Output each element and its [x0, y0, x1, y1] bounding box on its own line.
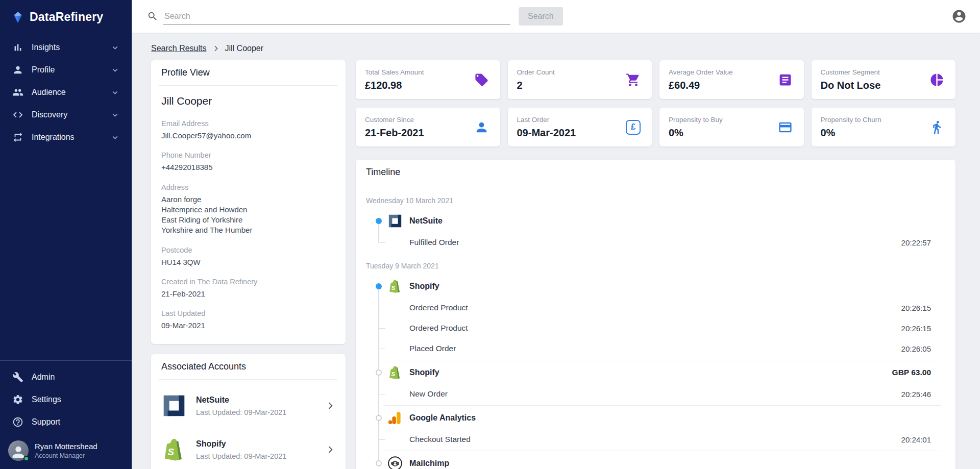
- stat-label: Order Count: [517, 68, 555, 76]
- search-input[interactable]: [163, 8, 510, 25]
- field-label-address: Address: [161, 183, 335, 191]
- timeline-body: Wednesday 10 March 2021: [356, 185, 955, 469]
- timeline-entry-header[interactable]: Google Analytics: [356, 407, 955, 429]
- netsuite-logo: [161, 393, 187, 418]
- sidebar-item-support[interactable]: Support: [0, 411, 132, 433]
- stat-label: Customer Since: [365, 116, 424, 124]
- stat-value: £60.49: [669, 80, 733, 91]
- stat-value: 09-Mar-2021: [517, 127, 576, 139]
- svg-text:S: S: [167, 447, 174, 457]
- shopify-logo: S: [161, 437, 187, 462]
- brand-gem-icon: [11, 11, 24, 24]
- account-name: Shopify: [196, 439, 286, 449]
- timeline-event: Checkout Started 20:24:01: [356, 429, 955, 450]
- customer-name: Jill Cooper: [161, 95, 335, 107]
- sidebar-item-settings[interactable]: Settings: [0, 388, 132, 411]
- sidebar-bottom: Admin Settings Support Ryan Mottershead …: [0, 360, 132, 469]
- timeline-entry-header[interactable]: S Shopify: [356, 275, 955, 298]
- associated-accounts-card: Associated Accounts: [151, 354, 346, 469]
- address-line: Haltemprice and Howden: [161, 205, 335, 215]
- stat-value: 0%: [821, 127, 881, 139]
- sidebar-item-discovery[interactable]: Discovery: [0, 104, 132, 126]
- search-button[interactable]: Search: [519, 7, 563, 26]
- online-status-dot: [23, 456, 29, 461]
- field-value-created: 21-Feb-2021: [161, 289, 335, 299]
- avatar: [8, 440, 29, 461]
- event-time: 20:26:05: [901, 344, 931, 353]
- sidebar-item-insights[interactable]: Insights: [0, 36, 132, 59]
- sidebar-item-label: Support: [32, 417, 60, 427]
- field-label-updated: Last Updated: [161, 309, 335, 317]
- sidebar-item-admin[interactable]: Admin: [0, 366, 132, 388]
- address-line: East Riding of Yorkshire: [161, 215, 335, 225]
- stat-label: Propensity to Buy: [669, 116, 723, 124]
- field-value-phone: +44292018385: [161, 162, 335, 172]
- sidebar-item-audience[interactable]: Audience: [0, 81, 132, 104]
- chevron-right-icon[interactable]: [325, 445, 335, 455]
- account-meta: Last Updated: 09-Mar-2021: [196, 408, 286, 416]
- event-time: 20:25:46: [901, 390, 931, 399]
- timeline-event: New Order 20:25:46: [356, 384, 955, 404]
- shopify-logo: S: [387, 365, 403, 380]
- brand-logo[interactable]: DataRefinery: [0, 0, 132, 36]
- timeline-dot-open: [376, 415, 382, 421]
- sidebar-item-label: Admin: [32, 373, 55, 382]
- svg-text:S: S: [391, 285, 395, 291]
- account-meta: Last Updated: 09-Mar-2021: [196, 452, 286, 460]
- chevron-down-icon: [111, 111, 119, 119]
- timeline-source-name: Google Analytics: [409, 413, 476, 423]
- stat-label: Total Sales Amount: [365, 68, 424, 76]
- timeline-event: Ordered Product 20:26:15: [356, 318, 955, 338]
- account-row-shopify[interactable]: S Shopify Last Updated: 09-Mar-2021: [151, 428, 346, 469]
- timeline-entry-mailchimp: Mailchimp: [356, 452, 955, 469]
- breadcrumb-link-search-results[interactable]: Search Results: [151, 44, 207, 53]
- timeline-entry-header[interactable]: Mailchimp: [356, 452, 955, 469]
- event-time: 20:24:01: [901, 435, 931, 444]
- chevron-right-icon[interactable]: [325, 401, 335, 411]
- sidebar-item-integrations[interactable]: Integrations: [0, 126, 132, 149]
- shopify-logo: S: [387, 279, 403, 294]
- sidebar-item-label: Integrations: [32, 133, 75, 142]
- chevron-down-icon: [111, 43, 119, 52]
- svg-text:S: S: [391, 371, 395, 377]
- stat-label: Last Order: [517, 116, 576, 124]
- pound-icon: £: [626, 120, 641, 135]
- event-label: Fulfilled Order: [409, 238, 459, 247]
- timeline-group: S Shopify Ordered Product 20:26:15: [356, 275, 955, 469]
- timeline-event: Fulfilled Order 20:22:57: [356, 232, 955, 253]
- timeline-dot-filled: [376, 218, 382, 224]
- profile-card-title: Profile View: [151, 60, 346, 85]
- user-account[interactable]: Ryan Mottershead Account Manager: [0, 433, 132, 469]
- user-name: Ryan Mottershead: [35, 442, 97, 451]
- timeline-dot-open: [376, 369, 382, 376]
- account-name: NetSuite: [196, 396, 286, 405]
- stat-value: 21-Feb-2021: [365, 127, 424, 139]
- event-label: Ordered Product: [409, 324, 468, 333]
- gear-icon: [12, 394, 23, 405]
- timeline-separator: [383, 360, 941, 360]
- stat-value: 0%: [669, 127, 723, 139]
- breadcrumb-current: Jill Cooper: [225, 44, 264, 53]
- sidebar-item-profile[interactable]: Profile: [0, 59, 132, 81]
- chevron-down-icon: [111, 133, 119, 142]
- stat-value: Do Not Lose: [821, 80, 881, 91]
- event-label: Checkout Started: [409, 435, 471, 444]
- account-row-netsuite[interactable]: NetSuite Last Updated: 09-Mar-2021: [151, 384, 346, 428]
- chevron-right-icon: [212, 44, 220, 53]
- sidebar-item-label: Discovery: [32, 110, 67, 119]
- topbar: Search: [132, 0, 980, 33]
- event-time: 20:22:57: [901, 238, 931, 247]
- timeline-source-name: NetSuite: [409, 216, 443, 226]
- timeline-dot-filled: [376, 283, 382, 289]
- profile-card: Profile View Jill Cooper Email Address J…: [151, 60, 346, 344]
- timeline-dot-open: [376, 460, 382, 466]
- account-icon[interactable]: [951, 9, 967, 24]
- timeline-title: Timeline: [356, 160, 955, 185]
- brand-name: DataRefinery: [30, 10, 103, 24]
- pie-chart-icon: [929, 72, 944, 87]
- field-label-postcode: Postcode: [161, 246, 335, 254]
- field-value-updated: 09-Mar-2021: [161, 320, 335, 331]
- timeline-entry-header[interactable]: S Shopify GBP 63.00: [356, 361, 955, 384]
- stat-card-customer-segment: Customer Segment Do Not Lose: [812, 60, 956, 99]
- timeline-entry-header[interactable]: NetSuite: [356, 210, 955, 232]
